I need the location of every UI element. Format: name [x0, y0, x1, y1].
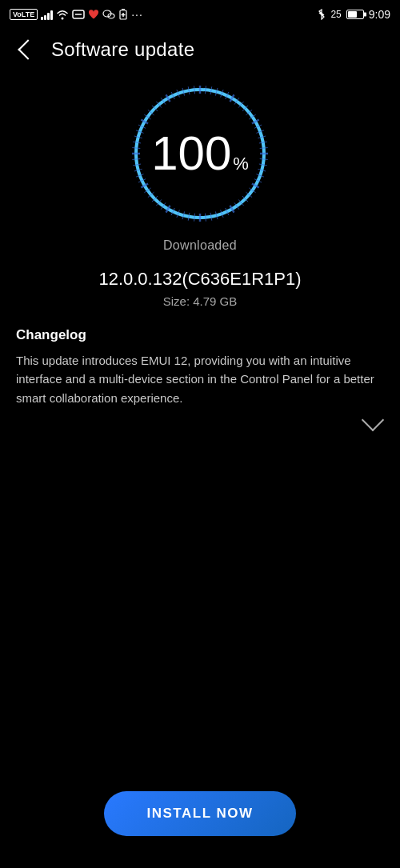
back-arrow-icon [18, 39, 38, 59]
svg-line-63 [206, 214, 206, 222]
svg-line-67 [182, 211, 185, 219]
svg-line-81 [132, 159, 140, 160]
progress-circle-wrapper: // We'll handle ticks in the render scri… [128, 82, 272, 226]
version-size: Size: 4.79 GB [16, 294, 384, 308]
svg-line-14 [136, 130, 143, 133]
more-dots: ··· [131, 8, 143, 21]
update-info: 12.0.0.132(C636E1R1P1) Size: 4.79 GB [0, 269, 400, 308]
svg-line-70 [166, 206, 170, 213]
svg-line-69 [171, 208, 174, 215]
back-button[interactable] [13, 37, 38, 62]
svg-line-47 [260, 159, 268, 160]
svg-line-26 [188, 86, 190, 94]
svg-line-54 [246, 192, 252, 197]
heart-icon [88, 10, 99, 20]
svg-line-11 [132, 148, 140, 149]
svg-line-44 [259, 142, 267, 143]
svg-line-68 [177, 210, 179, 217]
svg-line-59 [226, 208, 229, 215]
install-now-button[interactable]: INSTALL NOW [104, 791, 296, 836]
svg-line-65 [194, 214, 195, 222]
svg-line-17 [144, 114, 150, 119]
svg-line-74 [148, 192, 154, 197]
svg-line-42 [256, 130, 263, 133]
svg-line-50 [256, 174, 263, 177]
svg-line-66 [188, 213, 190, 221]
svg-line-80 [133, 164, 141, 166]
svg-line-57 [234, 202, 239, 209]
svg-line-33 [226, 92, 229, 99]
signal-bars [41, 9, 53, 20]
svg-line-29 [206, 86, 206, 94]
install-button-container: INSTALL NOW [104, 791, 296, 836]
changelog-title: Changelog [16, 327, 384, 343]
storage-icon [72, 10, 85, 19]
svg-line-24 [177, 90, 179, 97]
svg-line-20 [156, 102, 161, 108]
wechat-icon [102, 9, 115, 20]
battery-saver-icon [118, 9, 128, 20]
svg-line-61 [215, 211, 218, 219]
svg-line-36 [238, 102, 243, 108]
expand-changelog[interactable] [16, 412, 384, 431]
version-name: 12.0.0.132(C636E1R1P1) [16, 269, 384, 290]
svg-line-56 [238, 199, 243, 206]
svg-line-78 [136, 174, 143, 177]
status-left: VoLTE [10, 8, 143, 21]
svg-line-77 [138, 179, 146, 182]
svg-line-21 [161, 98, 166, 104]
status-right: 25 9:09 [318, 8, 390, 21]
svg-line-15 [138, 125, 146, 128]
svg-line-19 [152, 106, 158, 111]
svg-line-52 [252, 184, 259, 188]
svg-line-58 [230, 206, 234, 213]
svg-line-55 [242, 196, 248, 202]
status-bar: VoLTE [0, 0, 400, 29]
svg-line-32 [221, 90, 223, 97]
svg-line-40 [252, 120, 259, 124]
clock: 9:09 [369, 8, 390, 21]
svg-line-53 [249, 188, 255, 193]
svg-line-30 [210, 86, 212, 94]
svg-line-51 [254, 179, 262, 182]
svg-line-22 [166, 94, 170, 102]
svg-line-27 [194, 86, 195, 94]
svg-line-25 [182, 88, 185, 96]
svg-line-38 [246, 110, 252, 114]
svg-line-60 [221, 210, 223, 217]
battery-icon [346, 10, 364, 19]
svg-line-37 [242, 106, 248, 111]
svg-line-35 [234, 98, 239, 104]
progress-center: 100 % [151, 130, 249, 178]
svg-line-43 [258, 136, 266, 138]
chevron-down-icon [362, 409, 384, 431]
progress-section: // We'll handle ticks in the render scri… [0, 82, 400, 253]
svg-line-75 [144, 188, 150, 193]
header: Software update [0, 29, 400, 74]
percent-value: 100 [151, 130, 231, 178]
svg-line-18 [148, 110, 154, 114]
svg-line-72 [156, 199, 161, 206]
svg-line-48 [259, 164, 267, 166]
bluetooth-icon [318, 9, 326, 20]
svg-line-31 [215, 88, 218, 96]
percent-symbol: % [233, 154, 249, 174]
svg-line-62 [210, 213, 212, 221]
svg-line-34 [230, 94, 234, 102]
svg-line-79 [134, 169, 142, 171]
svg-line-13 [134, 136, 142, 138]
wifi-icon [56, 9, 69, 20]
svg-line-39 [249, 114, 255, 119]
svg-line-23 [171, 92, 174, 99]
svg-line-12 [133, 142, 141, 143]
battery-level: 25 [330, 9, 341, 20]
volte-indicator: VoLTE [10, 9, 38, 21]
page-title: Software update [51, 38, 194, 61]
svg-line-45 [260, 148, 268, 149]
downloaded-status: Downloaded [163, 238, 237, 253]
svg-line-49 [258, 169, 266, 171]
svg-line-16 [141, 120, 148, 124]
changelog-section: Changelog This update introduces EMUI 12… [0, 308, 400, 431]
svg-line-41 [254, 125, 262, 128]
svg-line-71 [161, 202, 166, 209]
